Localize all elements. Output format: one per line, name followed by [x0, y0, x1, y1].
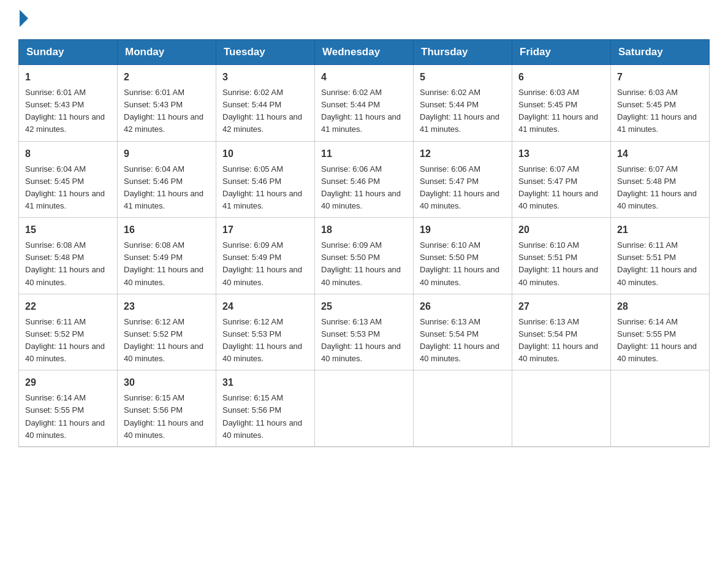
- day-number: 7: [617, 70, 703, 85]
- calendar-cell: 14 Sunrise: 6:07 AMSunset: 5:48 PMDaylig…: [611, 141, 710, 218]
- calendar-cell: 19 Sunrise: 6:10 AMSunset: 5:50 PMDaylig…: [414, 218, 512, 294]
- calendar-cell: 21 Sunrise: 6:11 AMSunset: 5:51 PMDaylig…: [611, 218, 710, 294]
- calendar-cell: 10 Sunrise: 6:05 AMSunset: 5:46 PMDaylig…: [216, 141, 315, 218]
- calendar-cell: [414, 370, 512, 447]
- calendar-cell: [611, 370, 710, 447]
- day-number: 25: [321, 299, 407, 314]
- calendar-cell: 13 Sunrise: 6:07 AMSunset: 5:47 PMDaylig…: [512, 141, 611, 218]
- day-info: Sunrise: 6:01 AMSunset: 5:43 PMDaylight:…: [124, 88, 203, 134]
- calendar-week-row: 8 Sunrise: 6:04 AMSunset: 5:45 PMDayligh…: [19, 141, 710, 218]
- day-info: Sunrise: 6:06 AMSunset: 5:46 PMDaylight:…: [321, 164, 401, 210]
- day-number: 10: [222, 147, 308, 161]
- calendar-cell: 6 Sunrise: 6:03 AMSunset: 5:45 PMDayligh…: [512, 65, 611, 142]
- day-number: 26: [420, 299, 506, 314]
- day-number: 28: [617, 299, 703, 314]
- col-header-wednesday: Wednesday: [315, 40, 414, 65]
- calendar-cell: 26 Sunrise: 6:13 AMSunset: 5:54 PMDaylig…: [414, 294, 512, 370]
- calendar-cell: 9 Sunrise: 6:04 AMSunset: 5:46 PMDayligh…: [118, 141, 216, 218]
- day-info: Sunrise: 6:05 AMSunset: 5:46 PMDaylight:…: [222, 164, 302, 210]
- day-number: 2: [124, 70, 210, 85]
- calendar-cell: 23 Sunrise: 6:12 AMSunset: 5:52 PMDaylig…: [118, 294, 216, 370]
- calendar-cell: 22 Sunrise: 6:11 AMSunset: 5:52 PMDaylig…: [19, 294, 118, 370]
- day-number: 17: [222, 223, 308, 237]
- day-info: Sunrise: 6:03 AMSunset: 5:45 PMDaylight:…: [617, 88, 697, 134]
- day-info: Sunrise: 6:02 AMSunset: 5:44 PMDaylight:…: [321, 88, 401, 134]
- day-info: Sunrise: 6:07 AMSunset: 5:47 PMDaylight:…: [518, 164, 598, 210]
- page-header: [18, 12, 710, 27]
- day-info: Sunrise: 6:01 AMSunset: 5:43 PMDaylight:…: [25, 88, 105, 134]
- col-header-tuesday: Tuesday: [216, 40, 315, 65]
- day-info: Sunrise: 6:03 AMSunset: 5:45 PMDaylight:…: [518, 88, 598, 134]
- col-header-monday: Monday: [118, 40, 216, 65]
- day-number: 31: [222, 375, 308, 390]
- day-number: 1: [25, 70, 111, 85]
- day-number: 24: [222, 299, 308, 314]
- calendar-cell: 31 Sunrise: 6:15 AMSunset: 5:56 PMDaylig…: [216, 370, 315, 447]
- calendar-week-row: 1 Sunrise: 6:01 AMSunset: 5:43 PMDayligh…: [19, 65, 710, 142]
- calendar-cell: 20 Sunrise: 6:10 AMSunset: 5:51 PMDaylig…: [512, 218, 611, 294]
- calendar-cell: 27 Sunrise: 6:13 AMSunset: 5:54 PMDaylig…: [512, 294, 611, 370]
- day-info: Sunrise: 6:04 AMSunset: 5:46 PMDaylight:…: [124, 164, 203, 210]
- day-info: Sunrise: 6:10 AMSunset: 5:50 PMDaylight:…: [420, 240, 499, 286]
- day-info: Sunrise: 6:08 AMSunset: 5:49 PMDaylight:…: [124, 240, 203, 286]
- day-number: 23: [124, 299, 210, 314]
- day-number: 11: [321, 147, 407, 161]
- col-header-sunday: Sunday: [19, 40, 118, 65]
- day-number: 8: [25, 147, 111, 161]
- col-header-saturday: Saturday: [611, 40, 710, 65]
- calendar-cell: 16 Sunrise: 6:08 AMSunset: 5:49 PMDaylig…: [118, 218, 216, 294]
- day-info: Sunrise: 6:11 AMSunset: 5:52 PMDaylight:…: [25, 317, 105, 363]
- col-header-thursday: Thursday: [414, 40, 512, 65]
- day-info: Sunrise: 6:06 AMSunset: 5:47 PMDaylight:…: [420, 164, 499, 210]
- logo: [18, 12, 28, 27]
- day-info: Sunrise: 6:04 AMSunset: 5:45 PMDaylight:…: [25, 164, 105, 210]
- calendar-week-row: 22 Sunrise: 6:11 AMSunset: 5:52 PMDaylig…: [19, 294, 710, 370]
- calendar-cell: 3 Sunrise: 6:02 AMSunset: 5:44 PMDayligh…: [216, 65, 315, 142]
- calendar-table: SundayMondayTuesdayWednesdayThursdayFrid…: [18, 39, 710, 447]
- day-number: 20: [518, 223, 604, 237]
- day-number: 14: [617, 147, 703, 161]
- calendar-cell: 25 Sunrise: 6:13 AMSunset: 5:53 PMDaylig…: [315, 294, 414, 370]
- calendar-cell: 7 Sunrise: 6:03 AMSunset: 5:45 PMDayligh…: [611, 65, 710, 142]
- day-info: Sunrise: 6:09 AMSunset: 5:49 PMDaylight:…: [222, 240, 302, 286]
- day-info: Sunrise: 6:10 AMSunset: 5:51 PMDaylight:…: [518, 240, 598, 286]
- day-number: 29: [25, 375, 111, 390]
- calendar-cell: 5 Sunrise: 6:02 AMSunset: 5:44 PMDayligh…: [414, 65, 512, 142]
- day-number: 5: [420, 70, 506, 85]
- calendar-cell: 24 Sunrise: 6:12 AMSunset: 5:53 PMDaylig…: [216, 294, 315, 370]
- calendar-cell: 28 Sunrise: 6:14 AMSunset: 5:55 PMDaylig…: [611, 294, 710, 370]
- day-info: Sunrise: 6:12 AMSunset: 5:52 PMDaylight:…: [124, 317, 203, 363]
- calendar-cell: 30 Sunrise: 6:15 AMSunset: 5:56 PMDaylig…: [118, 370, 216, 447]
- day-info: Sunrise: 6:15 AMSunset: 5:56 PMDaylight:…: [124, 393, 203, 439]
- day-number: 4: [321, 70, 407, 85]
- day-number: 9: [124, 147, 210, 161]
- day-info: Sunrise: 6:14 AMSunset: 5:55 PMDaylight:…: [25, 393, 105, 439]
- calendar-cell: 11 Sunrise: 6:06 AMSunset: 5:46 PMDaylig…: [315, 141, 414, 218]
- day-number: 15: [25, 223, 111, 237]
- calendar-week-row: 15 Sunrise: 6:08 AMSunset: 5:48 PMDaylig…: [19, 218, 710, 294]
- calendar-cell: 17 Sunrise: 6:09 AMSunset: 5:49 PMDaylig…: [216, 218, 315, 294]
- day-number: 18: [321, 223, 407, 237]
- day-number: 19: [420, 223, 506, 237]
- day-info: Sunrise: 6:13 AMSunset: 5:53 PMDaylight:…: [321, 317, 401, 363]
- calendar-header-row: SundayMondayTuesdayWednesdayThursdayFrid…: [19, 40, 710, 65]
- calendar-cell: 1 Sunrise: 6:01 AMSunset: 5:43 PMDayligh…: [19, 65, 118, 142]
- day-info: Sunrise: 6:07 AMSunset: 5:48 PMDaylight:…: [617, 164, 697, 210]
- day-number: 22: [25, 299, 111, 314]
- day-number: 3: [222, 70, 308, 85]
- day-info: Sunrise: 6:15 AMSunset: 5:56 PMDaylight:…: [222, 393, 302, 439]
- calendar-cell: 2 Sunrise: 6:01 AMSunset: 5:43 PMDayligh…: [118, 65, 216, 142]
- day-info: Sunrise: 6:02 AMSunset: 5:44 PMDaylight:…: [222, 88, 302, 134]
- day-info: Sunrise: 6:11 AMSunset: 5:51 PMDaylight:…: [617, 240, 697, 286]
- calendar-cell: 12 Sunrise: 6:06 AMSunset: 5:47 PMDaylig…: [414, 141, 512, 218]
- day-info: Sunrise: 6:08 AMSunset: 5:48 PMDaylight:…: [25, 240, 105, 286]
- calendar-week-row: 29 Sunrise: 6:14 AMSunset: 5:55 PMDaylig…: [19, 370, 710, 447]
- day-number: 27: [518, 299, 604, 314]
- calendar-cell: [512, 370, 611, 447]
- day-number: 30: [124, 375, 210, 390]
- day-number: 16: [124, 223, 210, 237]
- day-info: Sunrise: 6:13 AMSunset: 5:54 PMDaylight:…: [518, 317, 598, 363]
- calendar-cell: 8 Sunrise: 6:04 AMSunset: 5:45 PMDayligh…: [19, 141, 118, 218]
- calendar-cell: 29 Sunrise: 6:14 AMSunset: 5:55 PMDaylig…: [19, 370, 118, 447]
- day-info: Sunrise: 6:02 AMSunset: 5:44 PMDaylight:…: [420, 88, 499, 134]
